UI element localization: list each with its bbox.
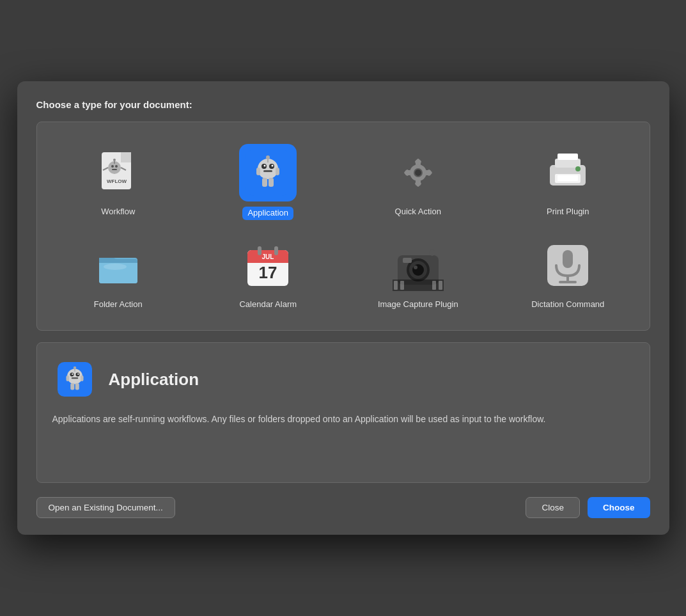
- image-capture-icon-wrapper: [389, 237, 447, 294]
- grid-item-workflow[interactable]: WFLOW Workflow: [43, 135, 194, 228]
- svg-point-70: [72, 374, 73, 375]
- svg-point-17: [272, 164, 274, 166]
- print-plugin-icon-wrapper: [539, 144, 596, 201]
- description-app-icon: [52, 357, 97, 402]
- svg-point-74: [73, 367, 76, 370]
- svg-rect-18: [263, 170, 272, 172]
- choose-button[interactable]: Choose: [588, 497, 650, 518]
- svg-rect-21: [256, 168, 260, 175]
- folder-action-icon-wrapper: [90, 237, 147, 294]
- grid-item-dictation-command[interactable]: Dictation Command: [493, 228, 643, 318]
- svg-point-20: [266, 155, 270, 159]
- grid-item-application[interactable]: Application: [193, 135, 343, 228]
- svg-point-35: [415, 170, 421, 176]
- svg-rect-7: [112, 169, 117, 170]
- folder-action-icon: [93, 240, 144, 291]
- svg-point-9: [113, 159, 116, 161]
- quick-action-icon: [393, 147, 444, 198]
- dialog-title: Choose a type for your document:: [36, 99, 650, 110]
- svg-rect-2: [121, 152, 131, 162]
- dictation-command-label: Dictation Command: [531, 299, 604, 310]
- description-title: Application: [109, 370, 199, 390]
- svg-rect-8: [114, 161, 115, 164]
- folder-action-label: Folder Action: [94, 299, 143, 310]
- svg-point-53: [412, 264, 424, 276]
- calendar-alarm-icon: JUL 17: [242, 240, 293, 291]
- svg-rect-41: [557, 154, 578, 160]
- svg-rect-46: [258, 246, 261, 255]
- quick-action-icon-wrapper: [389, 144, 447, 201]
- print-plugin-icon: [542, 147, 593, 198]
- svg-rect-55: [403, 258, 412, 263]
- dictation-command-icon: [542, 240, 593, 291]
- right-buttons: Close Choose: [526, 497, 650, 518]
- application-icon: [242, 147, 293, 198]
- svg-rect-22: [276, 168, 279, 175]
- calendar-alarm-icon-wrapper: JUL 17: [239, 237, 297, 294]
- svg-rect-78: [75, 383, 79, 390]
- svg-point-54: [414, 265, 417, 269]
- svg-rect-76: [81, 375, 84, 381]
- close-button[interactable]: Close: [526, 497, 580, 518]
- svg-point-6: [115, 165, 118, 168]
- desc-application-icon: [56, 360, 94, 399]
- svg-text:WFLOW: WFLOW: [107, 178, 127, 184]
- image-capture-label: Image Capture Plugin: [378, 299, 458, 310]
- svg-rect-58: [394, 281, 398, 290]
- svg-rect-77: [70, 383, 74, 390]
- svg-rect-37: [555, 159, 581, 168]
- grid-item-folder-action[interactable]: Folder Action: [43, 228, 194, 318]
- svg-rect-63: [563, 250, 573, 268]
- svg-point-5: [111, 165, 114, 168]
- grid-item-quick-action[interactable]: Quick Action: [343, 135, 494, 228]
- description-header: Application: [52, 357, 634, 402]
- svg-rect-24: [269, 178, 274, 187]
- svg-point-16: [264, 164, 266, 166]
- svg-rect-61: [439, 281, 442, 290]
- description-text: Applications are self-running workflows.…: [52, 412, 634, 426]
- workflow-icon-wrapper: WFLOW: [90, 144, 147, 201]
- grid-item-image-capture[interactable]: Image Capture Plugin: [343, 228, 494, 318]
- print-plugin-label: Print Plugin: [547, 207, 589, 217]
- calendar-alarm-label: Calendar Alarm: [239, 299, 297, 310]
- workflow-label: Workflow: [101, 207, 135, 217]
- grid-item-calendar-alarm[interactable]: JUL 17 Calendar Alarm: [193, 228, 343, 318]
- svg-text:17: 17: [259, 263, 277, 282]
- dictation-command-icon-wrapper: [539, 237, 596, 294]
- image-capture-icon: [393, 240, 444, 291]
- svg-point-71: [77, 374, 79, 375]
- svg-rect-47: [274, 246, 278, 255]
- open-existing-button[interactable]: Open an Existing Document...: [36, 497, 175, 518]
- quick-action-label: Quick Action: [395, 207, 441, 217]
- svg-rect-39: [557, 175, 578, 181]
- grid-item-print-plugin[interactable]: Print Plugin: [493, 135, 643, 228]
- svg-rect-59: [400, 281, 404, 290]
- description-box: Application Applications are self-runnin…: [36, 342, 650, 483]
- type-grid: WFLOW Workflow: [43, 135, 643, 318]
- type-grid-container: WFLOW Workflow: [36, 122, 650, 331]
- main-dialog: Choose a type for your document: WFLOW: [17, 81, 669, 535]
- svg-point-40: [575, 166, 581, 171]
- svg-point-42: [104, 264, 127, 270]
- bottom-button-row: Open an Existing Document... Close Choos…: [36, 497, 650, 518]
- svg-text:JUL: JUL: [262, 253, 274, 260]
- svg-rect-60: [432, 281, 436, 290]
- svg-point-56: [429, 249, 435, 256]
- application-icon-wrapper: [239, 144, 297, 201]
- workflow-icon: WFLOW: [95, 150, 141, 196]
- application-label: Application: [242, 207, 293, 220]
- svg-rect-75: [66, 375, 69, 381]
- svg-rect-23: [262, 178, 267, 187]
- svg-rect-72: [71, 377, 78, 379]
